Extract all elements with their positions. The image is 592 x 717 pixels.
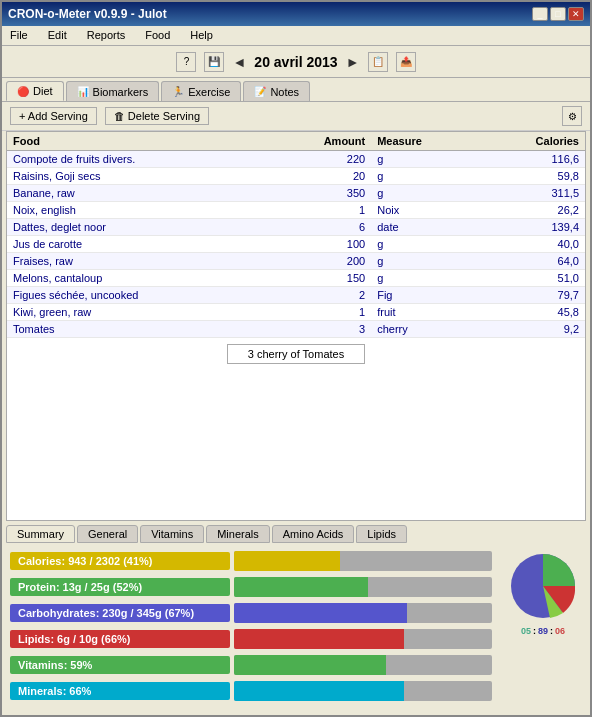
bar-track (234, 603, 492, 623)
add-serving-button[interactable]: + Add Serving (10, 107, 97, 125)
table-row[interactable]: Kiwi, green, raw 1 fruit 45,8 (7, 304, 585, 321)
table-row[interactable]: Dattes, deglet noor 6 date 139,4 (7, 219, 585, 236)
bar-label: Carbohydrates: 230g / 345g (67%) (10, 604, 230, 622)
help-button[interactable]: ? (176, 52, 196, 72)
food-measure: Noix (371, 202, 479, 219)
bar-label: Minerals: 66% (10, 682, 230, 700)
food-name: Melons, cantaloup (7, 270, 269, 287)
food-measure: Fig (371, 287, 479, 304)
stab-general[interactable]: General (77, 525, 138, 543)
table-row[interactable]: Banane, raw 350 g 311,5 (7, 185, 585, 202)
food-measure: g (371, 168, 479, 185)
food-measure: fruit (371, 304, 479, 321)
tab-exercise-label: Exercise (188, 86, 230, 98)
diet-icon: 🔴 (17, 86, 29, 97)
food-measure: g (371, 151, 479, 168)
menu-bar: File Edit Reports Food Help (2, 26, 590, 46)
bar-label: Lipids: 6g / 10g (66%) (10, 630, 230, 648)
main-tabs: 🔴 Diet 📊 Biomarkers 🏃 Exercise 📝 Notes (2, 78, 590, 101)
col-food: Food (7, 132, 269, 151)
table-row[interactable]: Fraises, raw 200 g 64,0 (7, 253, 585, 270)
save-button[interactable]: 💾 (204, 52, 224, 72)
next-date-button[interactable]: ► (346, 54, 360, 70)
food-calories: 9,2 (479, 321, 585, 338)
bar-track (234, 551, 492, 571)
tab-diet[interactable]: 🔴 Diet (6, 81, 64, 101)
bar-row: Protein: 13g / 25g (52%) (10, 577, 492, 597)
current-date: 20 avril 2013 (254, 54, 337, 70)
cherry-row: 3 cherry of Tomates (7, 338, 585, 370)
tab-biomarkers[interactable]: 📊 Biomarkers (66, 81, 160, 101)
food-name: Compote de fruits divers. (7, 151, 269, 168)
stab-amino[interactable]: Amino Acids (272, 525, 355, 543)
menu-reports[interactable]: Reports (83, 28, 130, 43)
bar-row: Carbohydrates: 230g / 345g (67%) (10, 603, 492, 623)
table-row[interactable]: Compote de fruits divers. 220 g 116,6 (7, 151, 585, 168)
cherry-button[interactable]: 3 cherry of Tomates (227, 344, 365, 364)
table-row[interactable]: Noix, english 1 Noix 26,2 (7, 202, 585, 219)
window-controls: _ □ ✕ (532, 7, 584, 21)
pie-legend: 05 : 89 : 06 (508, 626, 578, 636)
food-calories: 64,0 (479, 253, 585, 270)
menu-food[interactable]: Food (141, 28, 174, 43)
table-row[interactable]: Melons, cantaloup 150 g 51,0 (7, 270, 585, 287)
bar-track (234, 629, 492, 649)
food-name: Dattes, deglet noor (7, 219, 269, 236)
food-amount: 20 (269, 168, 371, 185)
exercise-icon: 🏃 (172, 86, 184, 97)
copy-button[interactable]: 📋 (368, 52, 388, 72)
maximize-button[interactable]: □ (550, 7, 566, 21)
table-row[interactable]: Tomates 3 cherry 9,2 (7, 321, 585, 338)
food-name: Jus de carotte (7, 236, 269, 253)
pie-chart-container: 05 : 89 : 06 (508, 551, 578, 636)
food-amount: 3 (269, 321, 371, 338)
prev-date-button[interactable]: ◄ (232, 54, 246, 70)
food-amount: 100 (269, 236, 371, 253)
delete-serving-button[interactable]: 🗑 Delete Serving (105, 107, 209, 125)
bar-label: Protein: 13g / 25g (52%) (10, 578, 230, 596)
legend-protein: 05 (521, 626, 531, 636)
close-button[interactable]: ✕ (568, 7, 584, 21)
bottom-section: Summary General Vitamins Minerals Amino … (2, 521, 590, 715)
food-calories: 139,4 (479, 219, 585, 236)
tab-exercise[interactable]: 🏃 Exercise (161, 81, 241, 101)
settings-button[interactable]: ⚙ (562, 106, 582, 126)
summary-content: Calories: 943 / 2302 (41%) Protein: 13g … (6, 547, 586, 711)
food-calories: 51,0 (479, 270, 585, 287)
table-row[interactable]: Figues séchée, uncooked 2 Fig 79,7 (7, 287, 585, 304)
food-measure: g (371, 270, 479, 287)
bars-container: Calories: 943 / 2302 (41%) Protein: 13g … (10, 551, 492, 701)
col-measure: Measure (371, 132, 479, 151)
stab-lipids[interactable]: Lipids (356, 525, 407, 543)
menu-help[interactable]: Help (186, 28, 217, 43)
food-calories: 40,0 (479, 236, 585, 253)
bar-label: Calories: 943 / 2302 (41%) (10, 552, 230, 570)
food-calories: 45,8 (479, 304, 585, 321)
bar-row: Vitamins: 59% (10, 655, 492, 675)
main-window: CRON-o-Meter v0.9.9 - Julot _ □ ✕ File E… (0, 0, 592, 717)
tab-notes-label: Notes (270, 86, 299, 98)
food-amount: 6 (269, 219, 371, 236)
menu-edit[interactable]: Edit (44, 28, 71, 43)
date-toolbar: ? 💾 ◄ 20 avril 2013 ► 📋 📤 (2, 46, 590, 78)
food-amount: 1 (269, 304, 371, 321)
table-row[interactable]: Raisins, Goji secs 20 g 59,8 (7, 168, 585, 185)
food-measure: date (371, 219, 479, 236)
food-name: Kiwi, green, raw (7, 304, 269, 321)
tab-diet-label: Diet (33, 85, 53, 97)
minimize-button[interactable]: _ (532, 7, 548, 21)
bar-row: Calories: 943 / 2302 (41%) (10, 551, 492, 571)
tab-notes[interactable]: 📝 Notes (243, 81, 310, 101)
bar-label: Vitamins: 59% (10, 656, 230, 674)
stab-vitamins[interactable]: Vitamins (140, 525, 204, 543)
food-calories: 311,5 (479, 185, 585, 202)
stab-minerals[interactable]: Minerals (206, 525, 270, 543)
food-measure: g (371, 185, 479, 202)
menu-file[interactable]: File (6, 28, 32, 43)
table-row[interactable]: Jus de carotte 100 g 40,0 (7, 236, 585, 253)
food-measure: cherry (371, 321, 479, 338)
stab-summary[interactable]: Summary (6, 525, 75, 543)
legend-carbs: 89 (538, 626, 548, 636)
export-button[interactable]: 📤 (396, 52, 416, 72)
summary-tabs: Summary General Vitamins Minerals Amino … (6, 525, 586, 543)
